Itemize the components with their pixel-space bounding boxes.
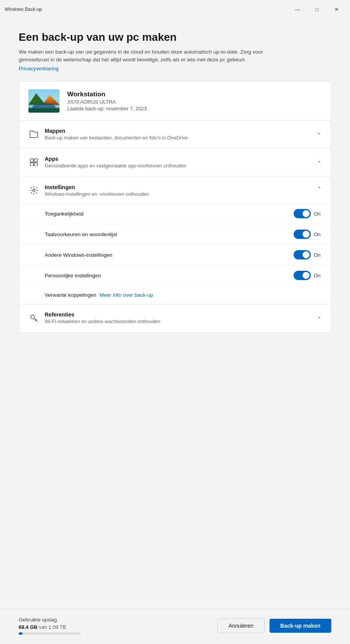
credentials-subtitle: Wi-Fi-netwerken en andere wachtwoorden o… bbox=[45, 319, 317, 325]
minimize-button[interactable]: — bbox=[289, 3, 306, 16]
apps-text: Apps Geïnstalleerde apps en vastgemaakte… bbox=[45, 156, 317, 170]
footer: Gebruikte opslag 68.4 GB van 1.09 TB Ann… bbox=[0, 609, 350, 644]
toggle-control-language: On bbox=[294, 230, 322, 239]
privacy-link[interactable]: Privacyverklaring bbox=[19, 66, 59, 71]
toggle-row-language: Taalvoorkeuren en woordenlijst On bbox=[19, 224, 331, 244]
device-thumbnail bbox=[28, 89, 60, 113]
toggle-control-personal: On bbox=[294, 271, 322, 280]
toggle-label-personal: Persoonlijke instellingen bbox=[45, 273, 294, 278]
title-bar-text: Windows Back-up bbox=[5, 7, 42, 12]
toggle-text-language: On bbox=[314, 231, 322, 237]
main-content: Een back-up van uw pc maken We maken een… bbox=[0, 19, 350, 609]
settings-icon bbox=[28, 185, 39, 196]
toggle-switch-personal[interactable] bbox=[294, 271, 311, 280]
toggle-control-accessibility: On bbox=[294, 209, 322, 218]
storage-label: Gebruikte opslag bbox=[19, 617, 217, 623]
settings-header-row[interactable]: Instellingen Windows-instellingen en -vo… bbox=[19, 177, 331, 204]
title-bar-controls: — □ ✕ bbox=[289, 3, 345, 16]
toggle-label-windows: Andere Windows-instellingen bbox=[45, 252, 294, 258]
thumbnail-overlay bbox=[28, 89, 60, 113]
credentials-icon bbox=[28, 312, 39, 323]
apps-icon bbox=[28, 157, 39, 167]
folders-chevron-icon: ⌄ bbox=[317, 129, 322, 136]
settings-subtitle: Windows-instellingen en -voorkeuren onth… bbox=[45, 191, 317, 198]
svg-rect-7 bbox=[30, 163, 33, 166]
storage-info: Gebruikte opslag 68.4 GB van 1.09 TB bbox=[19, 617, 217, 635]
page-description: We maken een back-up van uw gegevens in … bbox=[19, 48, 275, 64]
storage-amount: 68.4 GB van 1.09 TB bbox=[19, 624, 217, 630]
backup-button[interactable]: Back-up maken bbox=[270, 619, 331, 633]
related-links-row: Verwante koppelingen Meer info over back… bbox=[19, 285, 331, 304]
folders-subtitle: Back-up maken van bestanden, documenten … bbox=[45, 135, 317, 142]
settings-section: Instellingen Windows-instellingen en -vo… bbox=[19, 177, 331, 305]
close-button[interactable]: ✕ bbox=[327, 3, 345, 16]
page-title: Een back-up van uw pc maken bbox=[19, 31, 331, 44]
settings-text: Instellingen Windows-instellingen en -vo… bbox=[45, 184, 317, 198]
folders-section-row[interactable]: Mappen Back-up maken van bestanden, docu… bbox=[19, 121, 331, 149]
related-label: Verwante koppelingen bbox=[45, 292, 96, 298]
more-info-link[interactable]: Meer info over back-up bbox=[100, 292, 153, 298]
toggle-row-accessibility: Toegankelijkheid On bbox=[19, 203, 331, 224]
device-row: Workstation X570 AORUS ULTRA Laatste bac… bbox=[19, 82, 331, 121]
settings-title: Instellingen bbox=[45, 184, 317, 190]
device-name: Workstation bbox=[67, 91, 147, 98]
cancel-button[interactable]: Annuleren bbox=[217, 618, 265, 633]
footer-buttons: Annuleren Back-up maken bbox=[217, 618, 331, 633]
toggle-label-accessibility: Toegankelijkheid bbox=[45, 211, 294, 217]
settings-chevron-icon: ⌃ bbox=[317, 186, 322, 192]
toggle-control-windows: On bbox=[294, 250, 322, 259]
toggle-row-windows: Andere Windows-instellingen On bbox=[19, 244, 331, 265]
folders-text: Mappen Back-up maken van bestanden, docu… bbox=[45, 128, 317, 142]
toggle-row-personal: Persoonlijke instellingen On bbox=[19, 265, 331, 285]
toggle-label-language: Taalvoorkeuren en woordenlijst bbox=[45, 231, 294, 237]
credentials-chevron-icon: ⌄ bbox=[317, 313, 322, 319]
credentials-title: Referenties bbox=[45, 312, 317, 318]
apps-subtitle: Geïnstalleerde apps en vastgemaakte app-… bbox=[45, 163, 317, 170]
device-model: X570 AORUS ULTRA bbox=[67, 99, 147, 105]
svg-point-9 bbox=[33, 189, 35, 191]
folder-icon bbox=[28, 129, 39, 139]
folders-title: Mappen bbox=[45, 128, 317, 134]
toggle-switch-windows[interactable] bbox=[294, 250, 311, 259]
credentials-section-row[interactable]: Referenties Wi-Fi-netwerken en andere wa… bbox=[19, 305, 331, 332]
maximize-button[interactable]: □ bbox=[308, 3, 326, 16]
toggle-switch-language[interactable] bbox=[294, 230, 311, 239]
apps-section-row[interactable]: Apps Geïnstalleerde apps en vastgemaakte… bbox=[19, 149, 331, 177]
toggle-text-accessibility: On bbox=[314, 211, 322, 217]
toggle-switch-accessibility[interactable] bbox=[294, 209, 311, 218]
main-card: Workstation X570 AORUS ULTRA Laatste bac… bbox=[19, 81, 331, 333]
svg-rect-5 bbox=[30, 159, 33, 162]
device-info: Workstation X570 AORUS ULTRA Laatste bac… bbox=[67, 91, 147, 111]
credentials-text: Referenties Wi-Fi-netwerken en andere wa… bbox=[45, 312, 317, 325]
svg-rect-8 bbox=[34, 163, 37, 166]
toggle-text-personal: On bbox=[314, 273, 322, 278]
apps-title: Apps bbox=[45, 156, 317, 162]
storage-bar-fill bbox=[19, 632, 23, 635]
device-backup-date: Laatste back-up: november 7, 2023 bbox=[67, 106, 147, 111]
toggle-text-windows: On bbox=[314, 252, 322, 258]
storage-bar-bg bbox=[19, 632, 81, 635]
title-bar: Windows Back-up — □ ✕ bbox=[0, 0, 350, 19]
apps-chevron-icon: ⌄ bbox=[317, 157, 322, 164]
svg-rect-6 bbox=[34, 159, 37, 162]
